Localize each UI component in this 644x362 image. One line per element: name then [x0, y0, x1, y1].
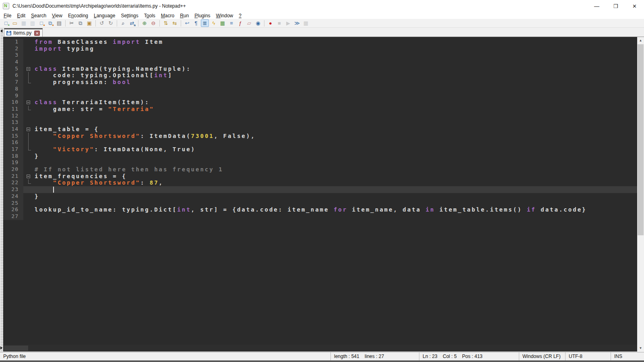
menu-language[interactable]: Language — [91, 12, 118, 19]
fold-collapse-icon[interactable] — [23, 126, 34, 133]
line-number[interactable]: 21 — [3, 173, 23, 180]
code-text[interactable]: item_table = { — [34, 126, 637, 133]
fold-box-icon[interactable] — [27, 101, 30, 104]
zoom-in-icon[interactable]: ⊕ — [140, 19, 149, 27]
line-number[interactable]: 15 — [3, 133, 23, 140]
menu-plugins[interactable]: Plugins — [192, 12, 213, 19]
close-all-icon[interactable]: ⧉● — [46, 19, 54, 27]
code-text[interactable] — [34, 119, 637, 126]
line-number[interactable]: 11 — [3, 106, 23, 113]
horizontal-scrollbar[interactable] — [3, 345, 637, 352]
code-text[interactable]: } — [34, 153, 637, 160]
line-number[interactable]: 26 — [3, 206, 23, 213]
menu-edit[interactable]: Edit — [14, 12, 28, 19]
redo-icon[interactable]: ↻ — [107, 19, 115, 27]
scroll-down-icon[interactable]: ▼ — [637, 345, 644, 352]
code-text[interactable]: "Victory": ItemData(None, True) — [34, 146, 637, 153]
code-text[interactable]: import typing — [34, 45, 637, 52]
replace-icon[interactable]: ⇄a — [128, 19, 136, 27]
vertical-scrollbar[interactable]: ▲ ▼ — [637, 37, 644, 352]
code-text[interactable] — [34, 200, 637, 207]
code-text[interactable] — [34, 186, 637, 193]
menu-settings[interactable]: Settings — [118, 12, 141, 19]
macro-stop-icon[interactable]: ■ — [275, 19, 283, 27]
document-list-icon[interactable]: ≡ — [227, 19, 235, 27]
code-text[interactable]: class ItemData(typing.NamedTuple): — [34, 66, 637, 72]
line-number[interactable]: 18 — [3, 153, 23, 160]
menu-search[interactable]: Search — [28, 12, 49, 19]
sync-horizontal-scrolling-icon[interactable]: ⇆ — [171, 19, 179, 27]
line-number[interactable]: 12 — [3, 113, 23, 119]
undo-icon[interactable]: ↺ — [98, 19, 106, 27]
line-number[interactable]: 13 — [3, 119, 23, 126]
line-number[interactable]: 17 — [3, 146, 23, 153]
menu-tools[interactable]: Tools — [141, 12, 158, 19]
menu-help[interactable]: ? — [236, 12, 244, 19]
sync-vertical-scrolling-icon[interactable]: ⇅ — [162, 19, 170, 27]
line-number[interactable]: 16 — [3, 139, 23, 146]
macro-play-icon[interactable]: ▶ — [284, 19, 292, 27]
code-text[interactable] — [34, 59, 637, 66]
code-text[interactable]: # If not listed here then has frequency … — [34, 166, 637, 173]
zoom-out-icon[interactable]: ⊖ — [149, 19, 157, 27]
code-text[interactable] — [34, 213, 637, 220]
code-text[interactable]: "Copper Shortsword": ItemData(73001, Fal… — [34, 133, 637, 140]
macro-run-multiple-icon[interactable]: ≫ — [293, 19, 301, 27]
user-defined-language-icon[interactable]: ϟ — [210, 19, 218, 27]
document-map-icon[interactable]: ▦ — [219, 19, 227, 27]
menu-file[interactable]: File — [1, 12, 14, 19]
line-number[interactable]: 7 — [3, 79, 23, 86]
code-text[interactable]: "Copper Shortsword": 87, — [34, 179, 637, 186]
code-text[interactable] — [34, 52, 637, 59]
tab-items-py[interactable]: Items.py ✕ — [4, 28, 43, 37]
fold-collapse-icon[interactable] — [23, 66, 34, 72]
code-text[interactable]: game: str = "Terraria" — [34, 106, 637, 113]
folder-as-workspace-icon[interactable]: ▱ — [245, 19, 253, 27]
code-text[interactable] — [34, 139, 637, 146]
tab-close-icon[interactable]: ✕ — [34, 31, 40, 36]
show-indent-guide-icon[interactable]: ≣ — [201, 19, 209, 27]
save-all-icon[interactable]: ▥ — [29, 19, 37, 27]
fold-box-icon[interactable] — [27, 128, 30, 131]
line-number[interactable]: 10 — [3, 99, 23, 106]
line-number[interactable]: 8 — [3, 86, 23, 93]
show-all-characters-icon[interactable]: ¶ — [192, 19, 200, 27]
fold-box-icon[interactable] — [27, 67, 30, 71]
paste-icon[interactable]: ▣ — [85, 19, 93, 27]
line-number[interactable]: 14 — [3, 126, 23, 133]
close-file-icon[interactable]: □● — [37, 19, 45, 27]
save-file-icon[interactable]: ▦ — [20, 19, 28, 27]
menu-encoding[interactable]: Encoding — [65, 12, 91, 19]
code-text[interactable]: lookup_id_to_name: typing.Dict[int, str]… — [34, 206, 637, 213]
find-icon[interactable]: ⌕ — [119, 19, 127, 27]
maximize-button[interactable]: ❒ — [606, 0, 625, 12]
line-number[interactable]: 4 — [3, 59, 23, 66]
line-number[interactable]: 2 — [3, 45, 23, 52]
code-text[interactable] — [34, 113, 637, 119]
menu-window[interactable]: Window — [213, 12, 236, 19]
collapse-left-icon[interactable] — [0, 29, 2, 33]
dock-splitter[interactable] — [0, 28, 3, 352]
code-editor[interactable]: 1from BaseClasses import Item2import typ… — [3, 37, 637, 345]
macro-record-icon[interactable]: ● — [266, 19, 275, 27]
line-number[interactable]: 6 — [3, 72, 23, 79]
code-text[interactable]: class TerrariaItem(Item): — [34, 99, 637, 106]
line-number[interactable]: 24 — [3, 193, 23, 200]
monitoring-eye-icon[interactable]: ◉ — [254, 19, 262, 27]
close-button[interactable]: ✕ — [625, 0, 644, 12]
line-number[interactable]: 1 — [3, 39, 23, 45]
line-number[interactable]: 22 — [3, 179, 23, 186]
code-text[interactable] — [34, 159, 637, 166]
fold-collapse-icon[interactable] — [23, 99, 34, 106]
line-number[interactable]: 9 — [3, 93, 23, 99]
code-text[interactable] — [34, 86, 637, 93]
code-text[interactable]: from BaseClasses import Item — [34, 39, 637, 45]
print-icon[interactable]: ▤ — [55, 19, 63, 27]
vertical-scrollbar-thumb[interactable] — [638, 44, 644, 235]
new-file-icon[interactable]: □+ — [2, 19, 10, 27]
copy-icon[interactable]: ⧉ — [76, 19, 85, 27]
macro-save-icon[interactable]: ▦ — [302, 19, 310, 27]
function-list-icon[interactable]: ƒ — [236, 19, 244, 27]
expand-right-icon[interactable] — [0, 346, 2, 350]
code-text[interactable]: } — [34, 193, 637, 200]
